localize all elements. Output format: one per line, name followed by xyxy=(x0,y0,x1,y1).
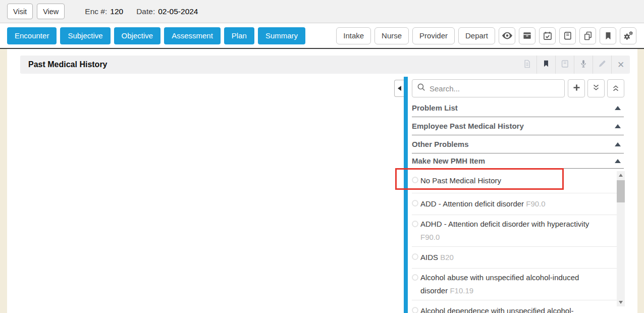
tab-assessment[interactable]: Assessment xyxy=(164,27,221,44)
visit-button[interactable]: Visit xyxy=(7,4,33,19)
collapse-triangle-icon xyxy=(615,142,621,146)
chart-book-button[interactable] xyxy=(559,27,576,44)
panel-accent-bar xyxy=(404,77,408,313)
top-bar: Visit View Enc #: 120 Date: 02-05-2024 xyxy=(0,0,644,23)
triangle-down-icon xyxy=(619,301,623,304)
radio-circle-icon xyxy=(412,200,418,206)
close-icon: ✕ xyxy=(617,61,624,69)
right-gutter xyxy=(637,49,644,313)
collapse-triangle-icon xyxy=(615,159,621,163)
scroll-down-button[interactable] xyxy=(617,298,625,306)
section-label: Make New PMH Item xyxy=(412,156,485,165)
list-item-adhd[interactable]: ADHD - Attention deficit disorder with h… xyxy=(412,215,617,247)
dictate-button[interactable] xyxy=(574,56,593,74)
item-label: ADHD - Attention deficit disorder with h… xyxy=(420,220,589,228)
search-input[interactable] xyxy=(430,80,564,97)
section-other-problems[interactable]: Other Problems xyxy=(412,135,624,153)
provider-button[interactable]: Provider xyxy=(412,27,455,44)
view-button[interactable]: View xyxy=(37,4,65,19)
list-item-add[interactable]: ADD - Attention deficit disorder F90.0 xyxy=(412,193,617,215)
scroll-up-button[interactable] xyxy=(617,171,625,179)
item-code: B20 xyxy=(440,253,454,262)
triangle-up-icon xyxy=(619,174,623,177)
bookmark-icon xyxy=(604,31,613,40)
tab-objective[interactable]: Objective xyxy=(114,27,161,44)
tab-encounter[interactable]: Encounter xyxy=(7,27,57,44)
double-chevron-up-icon xyxy=(611,83,620,94)
collapse-triangle-icon xyxy=(615,106,621,110)
search-icon xyxy=(412,83,430,94)
problem-picker-panel: Problem List Employee Past Medical Histo… xyxy=(394,77,625,313)
archive-icon xyxy=(522,31,532,40)
reference-button[interactable] xyxy=(555,56,574,74)
list-item-no-pmh[interactable]: No Past Medical History xyxy=(412,169,617,193)
list-item-alcohol-abuse[interactable]: Alcohol abuse with unspecified alcohol-i… xyxy=(412,269,617,300)
tab-summary[interactable]: Summary xyxy=(258,27,305,44)
book-icon xyxy=(560,59,570,71)
pmh-item-list: No Past Medical History ADD - Attention … xyxy=(412,169,617,313)
ehr-encounter-screen: Visit View Enc #: 120 Date: 02-05-2024 E… xyxy=(0,0,644,313)
copy-icon xyxy=(583,31,593,41)
enc-value: 120 xyxy=(110,7,123,16)
close-module-button[interactable]: ✕ xyxy=(611,56,630,74)
panel-collapse-handle[interactable] xyxy=(394,80,404,97)
double-chevron-down-icon xyxy=(592,83,601,94)
list-item-alcohol-dependence[interactable]: Alcohol dependence with unspecified alco… xyxy=(412,300,617,313)
radio-circle-icon xyxy=(412,177,418,183)
note-button[interactable] xyxy=(518,56,536,74)
section-list: Problem List Employee Past Medical Histo… xyxy=(412,99,624,169)
microphone-icon xyxy=(579,59,588,70)
item-label: Alcohol abuse with unspecified alcohol-i… xyxy=(420,273,579,295)
date-value: 02-05-2024 xyxy=(158,7,198,16)
section-problem-list[interactable]: Problem List xyxy=(412,99,624,117)
bookmark-icon xyxy=(542,59,550,70)
add-item-button[interactable] xyxy=(568,79,585,97)
settings-button[interactable] xyxy=(620,27,636,44)
radio-circle-icon xyxy=(412,253,418,260)
section-label: Other Problems xyxy=(412,140,469,148)
depart-button[interactable]: Depart xyxy=(458,27,495,44)
search-box xyxy=(412,79,565,97)
scrollbar-thumb[interactable] xyxy=(617,180,625,202)
item-label: No Past Medical History xyxy=(420,176,501,185)
enc-label: Enc #: xyxy=(85,7,107,16)
eye-icon xyxy=(502,32,513,39)
edit-button[interactable] xyxy=(593,56,611,74)
chevron-left-icon xyxy=(398,86,401,91)
left-gutter xyxy=(0,49,7,313)
tab-subjective[interactable]: Subjective xyxy=(60,27,110,44)
gears-icon xyxy=(623,30,633,41)
copy-forward-button[interactable] xyxy=(579,27,596,44)
list-item-aids[interactable]: AIDS B20 xyxy=(412,247,617,269)
document-icon xyxy=(522,59,532,71)
item-code: F90.0 xyxy=(420,233,440,241)
item-code: F90.0 xyxy=(526,199,545,208)
bookmark-button[interactable] xyxy=(536,56,555,74)
expand-all-button[interactable] xyxy=(587,79,605,97)
radio-circle-icon xyxy=(412,274,418,281)
section-employee-pmh[interactable]: Employee Past Medical History xyxy=(412,117,624,135)
collapse-all-button[interactable] xyxy=(607,79,624,97)
stage-and-tools: Intake Nurse Provider Depart xyxy=(336,27,636,44)
radio-circle-icon xyxy=(412,307,418,313)
section-label: Employee Past Medical History xyxy=(412,122,524,130)
tab-plan[interactable]: Plan xyxy=(224,27,254,44)
section-label: Problem List xyxy=(412,103,458,112)
section-tabs: Encounter Subjective Objective Assessmen… xyxy=(7,27,305,44)
book-icon xyxy=(563,31,573,41)
page-title: Past Medical History xyxy=(28,60,108,69)
schedule-button[interactable] xyxy=(539,27,556,44)
list-scrollbar[interactable] xyxy=(617,171,625,306)
collapse-triangle-icon xyxy=(615,124,621,128)
bookmarks-button[interactable] xyxy=(600,27,616,44)
encounter-number: Enc #: 120 xyxy=(85,7,123,16)
preview-button[interactable] xyxy=(499,27,515,44)
radio-circle-icon xyxy=(412,221,418,227)
module-header-tools: ✕ xyxy=(518,56,630,74)
item-label: AIDS xyxy=(420,253,438,262)
nurse-button[interactable]: Nurse xyxy=(374,27,409,44)
archive-button[interactable] xyxy=(519,27,535,44)
section-make-new-pmh[interactable]: Make New PMH Item xyxy=(412,153,624,169)
intake-button[interactable]: Intake xyxy=(336,27,371,44)
date-label: Date: xyxy=(136,7,155,16)
